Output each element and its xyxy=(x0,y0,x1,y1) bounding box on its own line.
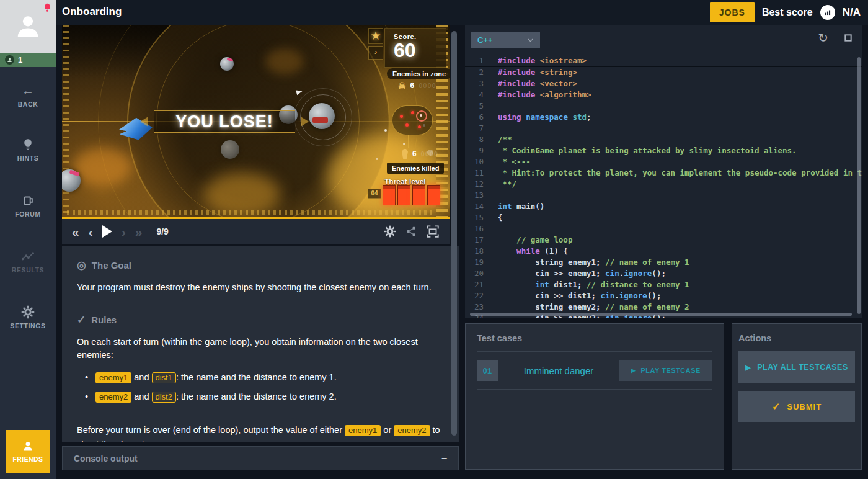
rules-check-icon: ✓ xyxy=(77,315,86,325)
goal-title: The Goal xyxy=(92,260,131,271)
friends-person-icon xyxy=(22,440,34,452)
editor-vertical-scrollbar[interactable] xyxy=(857,57,861,314)
code-editor-panel: C++ ↻ 1#include <iostream>2#include <str… xyxy=(465,25,862,318)
collapse-icon[interactable]: − xyxy=(441,453,447,464)
coffin-icon xyxy=(402,149,408,159)
code-line: 2#include <string> xyxy=(465,67,862,78)
statement-scrollbar[interactable] xyxy=(451,31,457,436)
play-icon: ▶ xyxy=(745,364,751,371)
code-editor[interactable]: 1#include <iostream>2#include <string>3#… xyxy=(465,55,862,318)
next-frame-button[interactable]: › xyxy=(122,225,126,238)
particle-decoration xyxy=(384,129,387,132)
testcase-name[interactable]: Imminent danger xyxy=(498,365,619,376)
rules-outro: Before your turn is over (end of the loo… xyxy=(77,423,444,442)
threat-bar xyxy=(383,185,396,205)
language-value: C++ xyxy=(477,35,493,45)
skip-to-start-button[interactable]: « xyxy=(72,225,79,238)
score-ghost: 00 xyxy=(394,40,416,60)
play-testcase-button[interactable]: ▶PLAY TESTCASE xyxy=(619,360,712,381)
app: Onboarding JOBS Best score N/A 1 ←BACKHI xyxy=(0,0,868,479)
sidebar-item-settings[interactable]: SETTINGS xyxy=(0,305,56,329)
actions-title: Actions xyxy=(738,324,855,351)
sidebar-item-forum[interactable]: FORUM xyxy=(0,194,56,218)
statement-panel: ◎ The Goal Your program must destroy the… xyxy=(62,246,459,442)
page-title: Onboarding xyxy=(62,6,122,18)
you-lose-banner: YOU LOSE! xyxy=(154,110,295,133)
rules-bullet-list: enemy1 and dist1: the name and the dista… xyxy=(77,371,444,404)
friends-label: FRIENDS xyxy=(13,455,43,463)
code-line: 12 **/ xyxy=(465,179,862,190)
best-score-value: N/A xyxy=(843,6,861,19)
code-line: 10 * <--- xyxy=(465,156,862,168)
enemies-killed-label: Enemies killed xyxy=(387,163,444,174)
code-line: 5 xyxy=(465,101,862,112)
language-select[interactable]: C++ xyxy=(471,32,540,48)
threat-level-value: 04 xyxy=(368,189,381,199)
code-line: 11 * Hint:To protect the planet, you can… xyxy=(465,168,862,179)
notification-bell-icon[interactable] xyxy=(42,2,53,13)
radar xyxy=(392,105,433,135)
avatar[interactable] xyxy=(0,0,56,53)
code-line: 22 cin >> dist1; cin.ignore(); xyxy=(465,290,862,302)
code-line: 13 xyxy=(465,190,862,201)
chevron-down-icon xyxy=(526,36,534,44)
friends-button[interactable]: FRIENDS xyxy=(6,430,50,473)
enemies-killed-value: 6 0000 xyxy=(402,149,438,159)
game-viewer[interactable]: YOU LOSE! ★ › Score. 6000 Enemies in zon… xyxy=(62,25,450,217)
testcase-number: 01 xyxy=(477,360,498,381)
sidebar: 1 ←BACKHINTSFORUMRESULTSSETTINGS FRIENDS xyxy=(0,0,56,479)
viewer-settings-gear-icon[interactable] xyxy=(384,225,396,238)
fullscreen-icon[interactable] xyxy=(426,225,440,238)
threat-level-bars xyxy=(383,185,440,205)
share-icon[interactable] xyxy=(405,226,417,237)
glow-decoration xyxy=(265,48,304,74)
radar-blip xyxy=(418,125,421,128)
hud-connector xyxy=(408,135,409,148)
code-line: 8/** xyxy=(465,134,862,145)
enemies-in-zone-value: ☠ 6 0000 xyxy=(398,81,436,91)
code-line: 21 int dist1; // distance to enemy 1 xyxy=(465,279,862,290)
reset-code-icon[interactable]: ↻ xyxy=(818,32,828,44)
submit-button[interactable]: ✓ SUBMIT xyxy=(738,391,855,422)
sidebar-item-hints[interactable]: HINTS xyxy=(0,138,56,162)
jobs-button[interactable]: JOBS xyxy=(710,2,755,22)
code-line: 20 cin >> enemy1; cin.ignore(); xyxy=(465,268,862,279)
chevron-icon: › xyxy=(368,46,383,60)
rules-bullet: enemy1 and dist1: the name and the dista… xyxy=(95,371,444,385)
radar-blip xyxy=(405,123,409,127)
best-score-chart-icon xyxy=(820,5,835,20)
testcases-title: Test cases xyxy=(477,324,712,352)
code-line: 16 xyxy=(465,223,862,235)
editor-header: C++ ↻ xyxy=(465,25,862,55)
play-all-testcases-button[interactable]: ▶ PLAY ALL TESTCASES xyxy=(738,351,855,383)
best-score-label: Best score xyxy=(762,7,813,18)
code-line: 7 xyxy=(465,123,862,134)
alien-enemy xyxy=(220,57,234,71)
goal-text: Your program must destroy the enemy ship… xyxy=(77,281,444,293)
you-lose-text: YOU LOSE! xyxy=(175,112,273,132)
editor-actions: ↻ xyxy=(818,32,853,44)
code-line: 23 string enemy2; // name of enemy 2 xyxy=(465,302,862,313)
code-line: 14int main() xyxy=(465,201,862,212)
editor-horizontal-scrollbar[interactable] xyxy=(470,313,852,316)
code-line: 18 while (1) { xyxy=(465,246,862,257)
previous-frame-button[interactable]: ‹ xyxy=(89,225,93,238)
achievement-bar[interactable]: 1 xyxy=(0,53,56,67)
testcase-rows: 01Imminent danger▶PLAY TESTCASE xyxy=(477,352,712,390)
rules-bullet: enemy2 and dist2: the name and the dista… xyxy=(95,390,444,404)
play-button[interactable] xyxy=(102,225,112,238)
threat-bar xyxy=(397,185,410,205)
skip-to-end-button[interactable]: » xyxy=(135,225,143,238)
alien-enemy xyxy=(62,169,81,192)
radar-target xyxy=(416,110,427,122)
achievement-count: 1 xyxy=(18,55,22,65)
avatar-person-icon xyxy=(14,12,42,40)
sidebar-item-results[interactable]: RESULTS xyxy=(0,249,56,274)
code-line: 4#include <algorithm> xyxy=(465,89,862,101)
alien-enemy xyxy=(221,140,239,159)
testcase-row: 01Imminent danger▶PLAY TESTCASE xyxy=(477,352,712,390)
sidebar-item-back[interactable]: ←BACK xyxy=(0,84,56,108)
rules-heading: ✓ Rules xyxy=(77,315,444,325)
code-line: 9 * CodinGame planet is being attacked b… xyxy=(465,145,862,156)
expand-editor-icon[interactable] xyxy=(843,33,853,43)
